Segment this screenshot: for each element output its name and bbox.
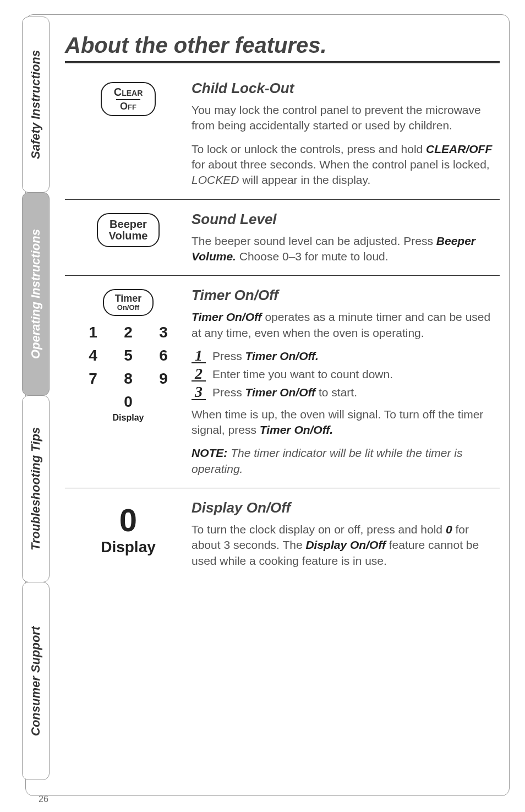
heading-timer: Timer On/Off bbox=[192, 287, 500, 304]
step-3-number: 3 bbox=[192, 385, 206, 400]
heading-display: Display On/Off bbox=[192, 499, 500, 516]
clear-off-button-graphic: Clear Off bbox=[101, 82, 156, 116]
keypad-display-label: Display bbox=[65, 413, 192, 423]
btn-label-volume: Volume bbox=[109, 230, 148, 242]
page-title: About the other features. bbox=[65, 33, 500, 58]
step-1-text: Press Timer On/Off. bbox=[212, 348, 319, 363]
display-label-graphic: Display bbox=[65, 538, 192, 556]
key-9: 9 bbox=[152, 370, 174, 388]
key-8: 8 bbox=[117, 370, 139, 388]
section-child-lockout: Clear Off Child Lock-Out You may lock th… bbox=[65, 69, 500, 200]
keypad-graphic: 1 2 3 4 5 6 7 8 9 0 bbox=[65, 324, 192, 411]
key-5: 5 bbox=[117, 347, 139, 364]
side-tabs: Safety Instructions Operating Instructio… bbox=[22, 17, 50, 794]
main-content: About the other features. Clear Off Chil… bbox=[65, 33, 500, 580]
timer-p1: Timer On/Off operates as a minute timer … bbox=[192, 309, 500, 341]
section-timer: Timer On/Off 1 2 3 4 5 6 7 8 9 0 Display… bbox=[65, 276, 500, 488]
key-0: 0 bbox=[117, 393, 139, 411]
step-1-number: 1 bbox=[192, 348, 206, 363]
title-rule bbox=[65, 61, 500, 63]
illustration-display-0: 0 Display bbox=[65, 499, 192, 569]
btn-divider bbox=[116, 99, 141, 100]
key-2: 2 bbox=[117, 324, 139, 341]
childlock-p2: To lock or unlock the controls, press an… bbox=[192, 141, 500, 188]
section-sound-level: Beeper Volume Sound Level The beeper sou… bbox=[65, 200, 500, 276]
step-3-text: Press Timer On/Off to start. bbox=[212, 385, 357, 399]
key-1: 1 bbox=[82, 324, 104, 341]
tab-operating: Operating Instructions bbox=[22, 192, 50, 396]
key-6: 6 bbox=[152, 347, 174, 364]
timer-button-graphic: Timer On/Off bbox=[103, 289, 154, 316]
btn-label-onoff: On/Off bbox=[115, 304, 142, 312]
timer-p2: When time is up, the oven will signal. T… bbox=[192, 407, 500, 438]
big-zero-graphic: 0 bbox=[65, 502, 192, 538]
step-2: 2 Enter time you want to count down. bbox=[192, 367, 500, 382]
timer-note: NOTE: The timer indicator will be lit wh… bbox=[192, 445, 500, 477]
btn-label-clear: Clear bbox=[114, 86, 143, 98]
childlock-p1: You may lock the control panel to preven… bbox=[192, 102, 500, 134]
key-3: 3 bbox=[152, 324, 174, 341]
btn-label-beeper: Beeper bbox=[109, 219, 148, 230]
step-1: 1 Press Timer On/Off. bbox=[192, 348, 500, 363]
step-2-text: Enter time you want to count down. bbox=[212, 367, 393, 381]
illustration-clear-off: Clear Off bbox=[65, 80, 192, 188]
btn-label-off: Off bbox=[114, 101, 143, 112]
section-display: 0 Display Display On/Off To turn the clo… bbox=[65, 488, 500, 580]
btn-label-timer: Timer bbox=[115, 293, 142, 304]
heading-sound-level: Sound Level bbox=[192, 211, 500, 228]
illustration-beeper-volume: Beeper Volume bbox=[65, 211, 192, 265]
beeper-volume-button-graphic: Beeper Volume bbox=[97, 213, 160, 247]
key-7: 7 bbox=[82, 370, 104, 388]
step-3: 3 Press Timer On/Off to start. bbox=[192, 385, 500, 400]
tab-safety: Safety Instructions bbox=[22, 17, 50, 193]
key-4: 4 bbox=[82, 347, 104, 364]
illustration-timer-keypad: Timer On/Off 1 2 3 4 5 6 7 8 9 0 Display bbox=[65, 287, 192, 477]
display-p1: To turn the clock display on or off, pre… bbox=[192, 522, 500, 569]
heading-child-lockout: Child Lock-Out bbox=[192, 80, 500, 97]
tab-consumer: Consumer Support bbox=[22, 582, 50, 780]
sound-p1: The beeper sound level can be adjusted. … bbox=[192, 233, 500, 265]
step-2-number: 2 bbox=[192, 367, 206, 382]
page-number: 26 bbox=[39, 794, 48, 804]
tab-troubleshooting: Troubleshooting Tips bbox=[22, 395, 50, 582]
